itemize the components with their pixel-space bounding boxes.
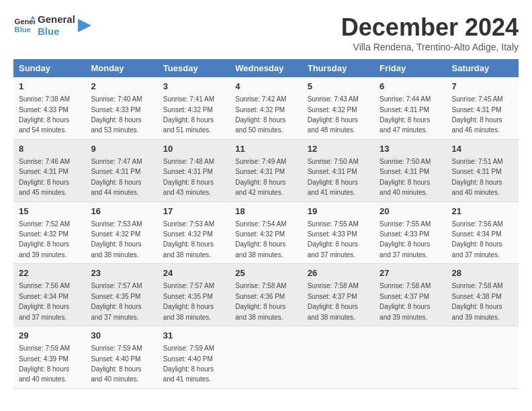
- day-number: 19: [308, 205, 369, 218]
- calendar-cell: 16 Sunrise: 7:53 AM Sunset: 4:32 PM Dayl…: [85, 201, 157, 264]
- day-sunset: Sunset: 4:35 PM: [163, 293, 213, 300]
- week-row-4: 22 Sunrise: 7:56 AM Sunset: 4:34 PM Dayl…: [13, 264, 519, 326]
- day-number: 4: [235, 81, 296, 93]
- day-sunrise: Sunrise: 7:53 AM: [163, 220, 214, 228]
- calendar-cell: 25 Sunrise: 7:58 AM Sunset: 4:36 PM Dayl…: [230, 264, 302, 326]
- day-sunrise: Sunrise: 7:48 AM: [163, 158, 214, 165]
- location-text: Villa Rendena, Trentino-Alto Adige, Ital…: [341, 42, 519, 52]
- col-sunday: Sunday: [13, 59, 85, 77]
- day-sunrise: Sunrise: 7:52 AM: [19, 220, 70, 228]
- calendar-cell: 31 Sunrise: 7:59 AM Sunset: 4:40 PM Dayl…: [158, 326, 230, 389]
- day-sunset: Sunset: 4:31 PM: [163, 168, 213, 175]
- day-sunset: Sunset: 4:38 PM: [452, 293, 502, 300]
- calendar-cell: 29 Sunrise: 7:59 AM Sunset: 4:39 PM Dayl…: [13, 326, 85, 389]
- calendar-cell: 8 Sunrise: 7:46 AM Sunset: 4:31 PM Dayli…: [13, 139, 85, 201]
- day-daylight-label: Daylight: 8 hours and 37 minutes.: [380, 240, 430, 258]
- calendar-cell: 18 Sunrise: 7:54 AM Sunset: 4:32 PM Dayl…: [230, 201, 302, 264]
- day-sunset: Sunset: 4:31 PM: [19, 168, 69, 175]
- day-sunrise: Sunrise: 7:58 AM: [308, 282, 359, 289]
- day-sunrise: Sunrise: 7:50 AM: [380, 158, 431, 165]
- calendar-cell: 3 Sunrise: 7:41 AM Sunset: 4:32 PM Dayli…: [158, 77, 230, 139]
- day-sunset: Sunset: 4:40 PM: [91, 355, 140, 363]
- calendar-cell: 9 Sunrise: 7:47 AM Sunset: 4:31 PM Dayli…: [85, 139, 157, 201]
- day-number: 14: [452, 143, 513, 155]
- day-sunrise: Sunrise: 7:54 AM: [235, 220, 286, 228]
- day-number: 25: [235, 267, 296, 279]
- day-sunrise: Sunrise: 7:49 AM: [235, 158, 286, 165]
- day-daylight-label: Daylight: 8 hours and 37 minutes.: [19, 303, 69, 320]
- day-sunset: Sunset: 4:31 PM: [308, 168, 357, 175]
- day-sunset: Sunset: 4:34 PM: [452, 230, 502, 238]
- day-sunrise: Sunrise: 7:43 AM: [308, 95, 359, 103]
- calendar-cell: 2 Sunrise: 7:40 AM Sunset: 4:33 PM Dayli…: [85, 77, 157, 139]
- day-sunrise: Sunrise: 7:57 AM: [91, 282, 142, 289]
- day-number: 21: [452, 205, 513, 218]
- day-sunset: Sunset: 4:34 PM: [19, 293, 69, 300]
- day-sunset: Sunset: 4:32 PM: [235, 230, 285, 238]
- day-daylight-label: Daylight: 8 hours and 45 minutes.: [19, 179, 69, 196]
- logo-arrow-icon: [78, 19, 91, 32]
- day-daylight-label: Daylight: 8 hours and 40 minutes.: [91, 365, 141, 383]
- day-sunrise: Sunrise: 7:55 AM: [308, 220, 359, 228]
- calendar-table: Sunday Monday Tuesday Wednesday Thursday…: [13, 59, 519, 389]
- day-sunset: Sunset: 4:33 PM: [380, 230, 429, 238]
- day-sunset: Sunset: 4:40 PM: [163, 355, 213, 363]
- day-number: 9: [91, 143, 152, 155]
- day-number: 2: [91, 81, 152, 93]
- col-tuesday: Tuesday: [158, 59, 230, 77]
- calendar-cell: [374, 326, 446, 389]
- day-number: 22: [19, 267, 80, 279]
- logo-text: General: [38, 13, 75, 26]
- calendar-cell: 22 Sunrise: 7:56 AM Sunset: 4:34 PM Dayl…: [13, 264, 85, 326]
- day-sunset: Sunset: 4:31 PM: [380, 168, 429, 175]
- day-daylight-label: Daylight: 8 hours and 41 minutes.: [308, 179, 358, 196]
- calendar-cell: 1 Sunrise: 7:38 AM Sunset: 4:33 PM Dayli…: [13, 77, 85, 139]
- day-sunrise: Sunrise: 7:47 AM: [91, 158, 142, 165]
- day-sunrise: Sunrise: 7:56 AM: [452, 220, 503, 228]
- day-sunrise: Sunrise: 7:59 AM: [19, 345, 70, 352]
- calendar-cell: 12 Sunrise: 7:50 AM Sunset: 4:31 PM Dayl…: [302, 139, 374, 201]
- calendar-cell: [230, 326, 302, 389]
- page-header: General Blue General Blue December 2024 …: [13, 13, 519, 52]
- day-daylight-label: Daylight: 8 hours and 50 minutes.: [235, 116, 285, 134]
- day-daylight-label: Daylight: 8 hours and 39 minutes.: [380, 303, 430, 320]
- day-daylight-label: Daylight: 8 hours and 43 minutes.: [163, 179, 214, 196]
- day-number: 18: [235, 205, 296, 218]
- day-sunrise: Sunrise: 7:56 AM: [19, 282, 70, 289]
- day-sunrise: Sunrise: 7:57 AM: [163, 282, 214, 289]
- day-daylight-label: Daylight: 8 hours and 48 minutes.: [308, 116, 358, 134]
- day-sunrise: Sunrise: 7:51 AM: [452, 158, 503, 165]
- day-sunrise: Sunrise: 7:58 AM: [235, 282, 286, 289]
- day-number: 10: [163, 143, 224, 155]
- calendar-cell: 14 Sunrise: 7:51 AM Sunset: 4:31 PM Dayl…: [447, 139, 519, 201]
- day-number: 23: [91, 267, 152, 279]
- day-number: 8: [19, 143, 80, 155]
- day-daylight-label: Daylight: 8 hours and 38 minutes.: [163, 303, 214, 320]
- day-sunrise: Sunrise: 7:40 AM: [91, 95, 142, 103]
- col-friday: Friday: [374, 59, 446, 77]
- day-sunset: Sunset: 4:33 PM: [91, 106, 140, 113]
- day-sunset: Sunset: 4:37 PM: [380, 293, 429, 300]
- day-sunset: Sunset: 4:32 PM: [19, 230, 69, 238]
- day-daylight-label: Daylight: 8 hours and 51 minutes.: [163, 116, 214, 134]
- day-daylight-label: Daylight: 8 hours and 39 minutes.: [452, 303, 502, 320]
- day-number: 5: [308, 81, 369, 93]
- day-daylight-label: Daylight: 8 hours and 46 minutes.: [452, 116, 502, 134]
- day-number: 16: [91, 205, 152, 218]
- calendar-cell: 21 Sunrise: 7:56 AM Sunset: 4:34 PM Dayl…: [447, 201, 519, 264]
- day-number: 27: [380, 267, 441, 279]
- day-daylight-label: Daylight: 8 hours and 54 minutes.: [19, 116, 69, 134]
- day-sunset: Sunset: 4:32 PM: [308, 106, 357, 113]
- day-daylight-label: Daylight: 8 hours and 40 minutes.: [380, 179, 430, 196]
- calendar-cell: 5 Sunrise: 7:43 AM Sunset: 4:32 PM Dayli…: [302, 77, 374, 139]
- day-daylight-label: Daylight: 8 hours and 44 minutes.: [91, 179, 141, 196]
- day-number: 30: [91, 330, 152, 342]
- day-daylight-label: Daylight: 8 hours and 38 minutes.: [163, 240, 214, 258]
- title-area: December 2024 Villa Rendena, Trentino-Al…: [341, 13, 519, 52]
- day-daylight-label: Daylight: 8 hours and 47 minutes.: [380, 116, 430, 134]
- logo-icon: General Blue: [13, 15, 35, 36]
- day-daylight-label: Daylight: 8 hours and 37 minutes.: [91, 303, 141, 320]
- day-daylight-label: Daylight: 8 hours and 38 minutes.: [235, 303, 285, 320]
- day-daylight-label: Daylight: 8 hours and 37 minutes.: [308, 240, 358, 258]
- day-sunset: Sunset: 4:32 PM: [235, 106, 285, 113]
